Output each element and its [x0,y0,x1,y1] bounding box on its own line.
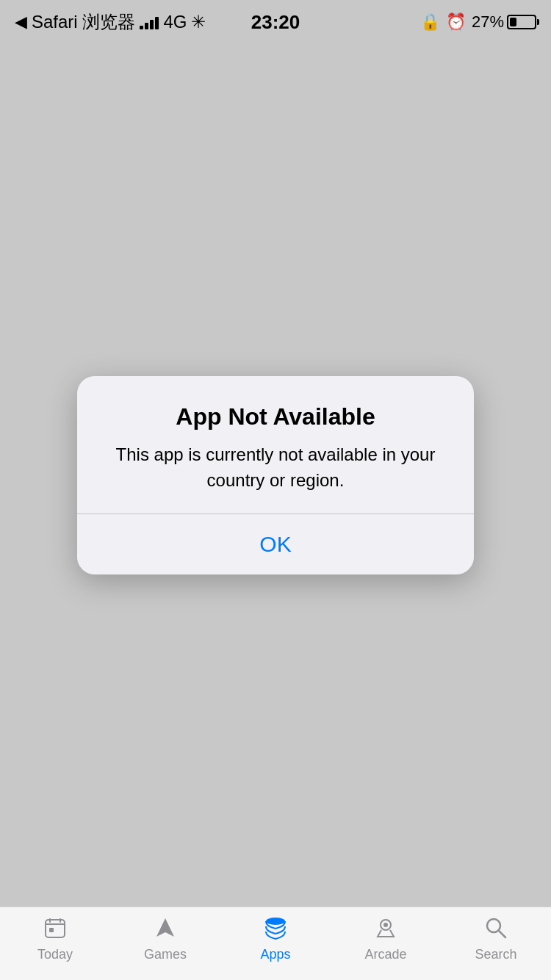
svg-rect-1 [46,923,65,925]
alert-dialog: App Not Available This app is currently … [77,376,474,575]
today-icon [43,916,67,943]
tab-today[interactable]: Today [0,916,110,962]
svg-point-7 [383,923,388,927]
tab-search[interactable]: Search [441,916,551,962]
tab-bar: Today Games Apps Arcade [0,907,551,980]
back-arrow-icon: ◀ [15,12,27,32]
tab-search-label: Search [475,947,516,962]
svg-rect-4 [49,928,54,932]
svg-line-9 [499,931,505,937]
arcade-icon [374,916,397,943]
svg-rect-3 [60,918,61,923]
dialog-title: App Not Available [104,403,447,430]
main-content: App Not Available This app is currently … [0,44,551,907]
svg-point-5 [266,918,285,925]
status-time: 23:20 [251,11,300,34]
svg-rect-0 [46,920,65,937]
status-left: ◀ Safari 浏览器 4G ✳ [15,10,206,34]
status-right: 🔒 ⏰ 27% [420,12,536,32]
search-icon [484,916,508,943]
carrier-label: Safari 浏览器 [32,10,135,34]
dialog-body: App Not Available This app is currently … [77,376,474,514]
svg-rect-2 [49,918,51,923]
activity-icon: ✳ [191,12,206,32]
apps-icon [264,916,287,943]
games-icon [154,916,177,943]
alarm-icon: ⏰ [446,12,466,32]
dialog-overlay: App Not Available This app is currently … [0,44,551,907]
battery-percent-label: 27% [472,12,504,32]
dialog-message: This app is currently not available in y… [104,442,447,494]
battery-icon [507,15,536,29]
tab-apps[interactable]: Apps [220,916,331,962]
tab-games-label: Games [144,947,187,962]
lock-icon: 🔒 [420,12,440,32]
tab-today-label: Today [37,947,73,962]
status-bar: ◀ Safari 浏览器 4G ✳ 23:20 🔒 ⏰ 27% [0,0,551,44]
network-type-label: 4G [163,12,187,32]
signal-bars-icon [140,15,159,29]
ok-button[interactable]: OK [77,514,474,574]
tab-arcade[interactable]: Arcade [331,916,441,962]
dialog-actions: OK [77,514,474,574]
battery-container: 27% [472,12,536,32]
tab-games[interactable]: Games [110,916,220,962]
tab-arcade-label: Arcade [364,947,406,962]
tab-apps-label: Apps [260,947,290,962]
battery-fill [510,18,516,26]
